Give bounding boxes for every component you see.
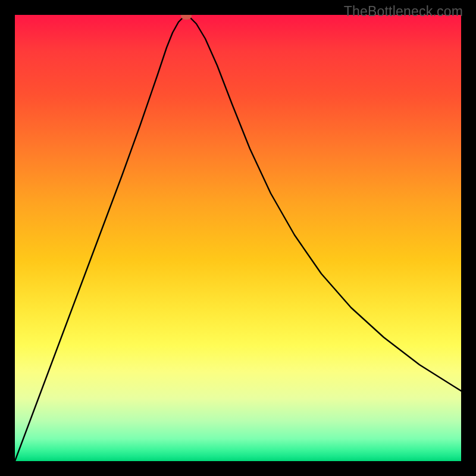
chart-svg [15, 15, 461, 461]
plot-area [15, 15, 461, 461]
watermark-text: TheBottleneck.com [344, 4, 463, 20]
bottleneck-curve [15, 16, 461, 461]
